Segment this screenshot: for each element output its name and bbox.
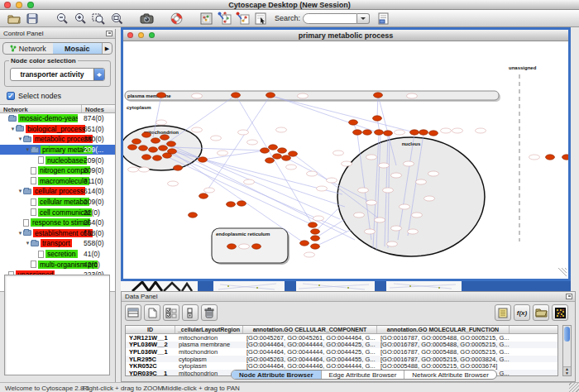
gene-node[interactable]: [384, 131, 393, 136]
column-header[interactable]: annotation.GO MOLECULAR_FUNCTION: [377, 326, 510, 333]
birdseye-view[interactable]: [4, 275, 110, 375]
help-lifering-icon[interactable]: [167, 11, 185, 26]
tree-column-network[interactable]: Network: [0, 105, 82, 112]
table-row[interactable]: YPL036W__1mitochondrion[GO:0044464, GO:0…: [126, 348, 557, 356]
gene-node[interactable]: [375, 130, 384, 135]
function-builder-icon[interactable]: f(x): [514, 304, 530, 321]
table-scrollbar[interactable]: ▲▼: [562, 325, 572, 376]
network-window-titlebar[interactable]: primary metabolic process: [123, 30, 568, 41]
gene-node[interactable]: [142, 132, 151, 137]
gene-node[interactable]: [363, 130, 372, 135]
gene-node[interactable]: [309, 222, 318, 227]
gene-node[interactable]: [232, 93, 241, 98]
gene-node[interactable]: [349, 120, 358, 125]
tab-network[interactable]: Network: [3, 43, 53, 54]
tree-expand-arrow[interactable]: ▼: [25, 241, 31, 246]
tree-row-7[interactable]: ▼cellular process614(0): [0, 186, 115, 197]
tree-expand-arrow[interactable]: ▼: [17, 231, 23, 236]
scrollbar-arrows[interactable]: ▲▼: [563, 366, 571, 375]
gene-node[interactable]: [163, 153, 172, 158]
tree-row-13[interactable]: secretion41(0): [0, 249, 115, 260]
gene-node[interactable]: [142, 155, 151, 160]
annotation-cursor-icon[interactable]: [251, 11, 270, 26]
node-color-dropdown[interactable]: transporter activity: [10, 68, 105, 81]
gene-node[interactable]: [157, 93, 166, 98]
gene-node[interactable]: [199, 157, 208, 162]
gene-node[interactable]: [227, 244, 237, 249]
scrollbar-thumb[interactable]: [564, 327, 570, 342]
gene-node[interactable]: [300, 241, 309, 246]
gene-node[interactable]: [289, 151, 298, 156]
gene-node[interactable]: [128, 145, 137, 150]
tree-row-9[interactable]: cell communicat22(0): [0, 207, 115, 218]
tab-node-attribute-browser[interactable]: Node Attribute Browser: [232, 370, 321, 379]
tree-expand-arrow[interactable]: ▼: [10, 127, 16, 131]
network-canvas[interactable]: plasma membranecytoplasmmitochondrionnuc…: [123, 41, 568, 278]
search-dropdown-button[interactable]: [357, 13, 370, 24]
tree-row-14[interactable]: multi-organism pro42(0): [0, 259, 115, 270]
tree-row-11[interactable]: ▼establishment of lo558(0): [0, 228, 115, 239]
tree-row-10[interactable]: response to stimul264(0): [0, 218, 115, 228]
gene-node[interactable]: [153, 155, 162, 160]
tree-row-3[interactable]: ▼primary metabo209(...: [0, 145, 115, 155]
select-attributes-icon[interactable]: [163, 304, 179, 321]
table-row[interactable]: YLR295Ccytoplasm[GO:0045263, GO:0044464,…: [126, 356, 557, 363]
tree-column-nodes[interactable]: Nodes: [82, 105, 104, 112]
node-grid-icon[interactable]: [197, 11, 215, 26]
import-attributes-icon[interactable]: [233, 11, 251, 26]
tree-expand-arrow[interactable]: ▼: [25, 147, 31, 152]
table-row[interactable]: YJR121W__1mitochondrion[GO:0045267, GO:0…: [126, 334, 557, 342]
column-header[interactable]: _cellularLayoutRegion: [175, 326, 243, 333]
tree-row-6[interactable]: macromolecule311(0): [0, 176, 115, 187]
gene-node[interactable]: [159, 146, 168, 151]
column-header[interactable]: annotation.GO CELLULAR_COMPONENT: [243, 326, 377, 333]
gene-node[interactable]: [167, 141, 176, 146]
zoom-selected-region-icon[interactable]: [89, 11, 108, 26]
gene-node[interactable]: [562, 155, 569, 160]
table-row[interactable]: YKR052Ccytoplasm[GO:0044464, GO:0044446,…: [126, 362, 557, 370]
gene-node[interactable]: [149, 147, 158, 152]
tab-overflow-button[interactable]: ▶: [102, 43, 112, 54]
tree-row-12[interactable]: ▼transport558(0): [0, 238, 115, 249]
gene-node[interactable]: [237, 201, 246, 206]
gene-node[interactable]: [373, 116, 382, 121]
tree-expand-arrow[interactable]: ▼: [17, 136, 23, 141]
gene-node[interactable]: [189, 213, 198, 218]
gene-node[interactable]: [227, 202, 236, 207]
attribute-grid-icon[interactable]: [125, 304, 141, 321]
zoom-out-icon[interactable]: [53, 11, 71, 26]
gene-node[interactable]: [353, 130, 362, 135]
unselect-attributes-icon[interactable]: [182, 304, 199, 321]
search-input[interactable]: [303, 13, 357, 24]
gene-node[interactable]: [374, 93, 383, 98]
gene-node[interactable]: [266, 93, 275, 98]
float-panel-icon[interactable]: [106, 31, 112, 36]
gene-node[interactable]: [174, 165, 183, 170]
attribute-matrix-icon[interactable]: [552, 304, 568, 321]
gene-node[interactable]: [266, 158, 275, 163]
open-session-folder-icon[interactable]: [5, 11, 23, 26]
gene-node[interactable]: [273, 154, 282, 159]
select-nodes-checkbox[interactable]: ✓: [7, 92, 15, 100]
gene-node[interactable]: [151, 138, 160, 143]
tree-row-1[interactable]: ▼biological_process651(0): [0, 124, 115, 135]
new-attribute-icon[interactable]: [144, 304, 160, 321]
resize-grip[interactable]: [569, 382, 579, 392]
gene-node[interactable]: [410, 130, 419, 135]
table-row[interactable]: YPL036W__2plasma membrane[GO:0044464, GO…: [126, 342, 557, 349]
gene-node[interactable]: [261, 148, 270, 153]
gene-node[interactable]: [311, 244, 320, 249]
gene-node[interactable]: [311, 229, 320, 234]
delete-attribute-icon[interactable]: [201, 304, 218, 321]
tree-row-2[interactable]: ▼metabolic process280(0): [0, 134, 115, 145]
tree-row-4[interactable]: nucleobase-209(0): [0, 155, 115, 165]
canvas-resize-grip[interactable]: [558, 268, 567, 276]
tree-expand-arrow[interactable]: ▼: [17, 189, 23, 194]
import-network-icon[interactable]: [215, 11, 233, 26]
gene-node[interactable]: [282, 155, 291, 160]
gene-node[interactable]: [269, 145, 278, 150]
snapshot-camera-icon[interactable]: [137, 11, 156, 26]
tree-row-5[interactable]: nitrogen compo209(0): [0, 165, 115, 176]
save-session-icon[interactable]: [23, 11, 41, 26]
gene-node[interactable]: [419, 130, 428, 135]
